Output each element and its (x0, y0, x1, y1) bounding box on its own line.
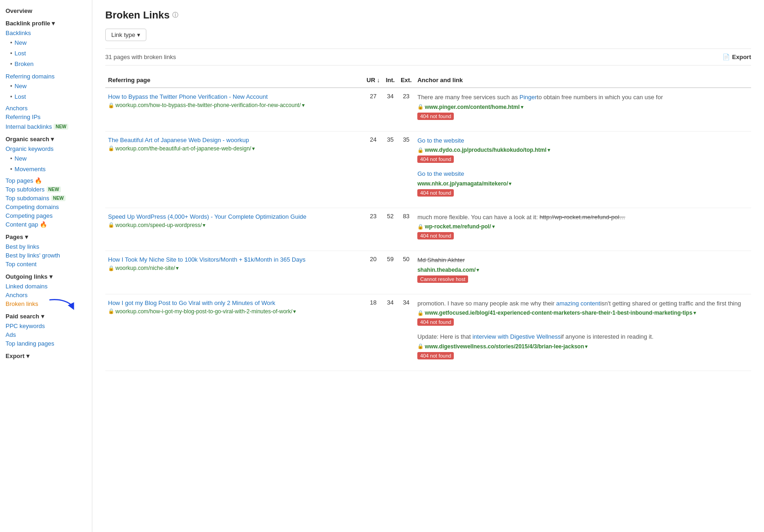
broken-url-dropdown[interactable]: ▾ (476, 267, 479, 273)
broken-url-dropdown[interactable]: ▾ (585, 343, 588, 350)
url-dropdown-icon[interactable]: ▾ (252, 145, 255, 152)
sidebar-item-referring-ips[interactable]: Referring IPs (6, 113, 86, 121)
broken-url-link[interactable]: www.pinger.com/content/home.html (425, 104, 520, 110)
sidebar-item-best-by-links[interactable]: Best by links (6, 242, 86, 251)
anchor-link[interactable]: Go to the website (417, 170, 464, 177)
anchor-block: promotion. I have so many people ask me … (417, 299, 748, 329)
page-url-link[interactable]: woorkup.com/how-to-bypass-the-twitter-ph… (115, 102, 301, 108)
fire-icon-top-pages: 🔥 (35, 177, 42, 184)
sidebar-item-top-subdomains[interactable]: Top subdomains (6, 194, 49, 203)
sidebar-item-overview[interactable]: Overview (6, 7, 86, 14)
anchor-block: Update: Here is that interview with Dige… (417, 332, 748, 362)
sidebar-item-content-gap[interactable]: Content gap (6, 220, 38, 229)
sidebar-item-top-landing-pages[interactable]: Top landing pages (6, 339, 86, 348)
broken-links-table: Referring page UR ↓ Int. Ext. Anchor and… (105, 73, 751, 371)
page-url-link[interactable]: woorkup.com/speed-up-wordpress/ (115, 222, 202, 228)
sidebar-bullet-broken-backlinks[interactable]: Broken (6, 59, 86, 69)
broken-url-link[interactable]: shahin.theabeda.com/ (417, 267, 475, 273)
url-dropdown-icon[interactable]: ▾ (176, 265, 179, 271)
referring-page-title-link[interactable]: How I Took My Niche Site to 100k Visitor… (108, 256, 361, 264)
broken-url-dropdown[interactable]: ▾ (521, 104, 523, 110)
summary-text: 31 pages with broken links (105, 54, 176, 60)
broken-url-link[interactable]: www.dydo.co.jp/products/hukkokudo/top.ht… (425, 147, 547, 153)
filter-bar: Link type ▾ (105, 29, 751, 41)
cell-int: 35 (383, 131, 397, 208)
lock-icon: 🔒 (417, 343, 424, 349)
referring-page-title-link[interactable]: How I got my Blog Post to Go Viral with … (108, 299, 361, 307)
sidebar-section-backlink-profile[interactable]: Backlink profile ▾ (6, 20, 86, 27)
anchor-link[interactable]: Go to the website (417, 137, 464, 144)
status-badge: 404 not found (417, 113, 454, 120)
sidebar-item-broken-links[interactable]: Broken links (6, 299, 38, 308)
sidebar-bullet-lost-backlinks[interactable]: Lost (6, 48, 86, 59)
broken-url-dropdown[interactable]: ▾ (509, 180, 511, 187)
lock-icon: 🔒 (417, 104, 424, 110)
sidebar-item-competing-pages[interactable]: Competing pages (6, 211, 86, 220)
sidebar-bullet-lost-domains[interactable]: Lost (6, 91, 86, 102)
url-dropdown-icon[interactable]: ▾ (293, 308, 296, 315)
broken-url: 🔒www.digestivewellness.co/stories/2015/4… (417, 343, 748, 350)
page-url-link[interactable]: woorkup.com/niche-site/ (115, 265, 175, 271)
sidebar-item-internal-backlinks[interactable]: Internal backlinks (6, 122, 52, 131)
url-dropdown-icon[interactable]: ▾ (203, 222, 205, 228)
broken-url-link[interactable]: wp-rocket.me/refund-pol/ (425, 223, 491, 230)
sidebar-item-organic-keywords[interactable]: Organic keywords (6, 144, 86, 153)
sidebar-section-organic[interactable]: Organic search ▾ (6, 136, 86, 143)
broken-url-link[interactable]: www.getfocused.ie/blog/41-experienced-co… (425, 310, 692, 316)
col-int[interactable]: Int. (383, 73, 397, 88)
sidebar-item-ppc-keywords[interactable]: PPC keywords (6, 322, 86, 330)
broken-url-dropdown[interactable]: ▾ (492, 223, 495, 230)
sidebar-item-competing-domains[interactable]: Competing domains (6, 203, 86, 211)
anchor-link[interactable]: Pinger (519, 94, 537, 101)
broken-url-dropdown[interactable]: ▾ (693, 310, 696, 316)
anchor-link[interactable]: interview with Digestive Wellness (472, 333, 560, 340)
sidebar-section-export[interactable]: Export ▾ (6, 353, 86, 359)
sidebar-bullet-new-backlinks[interactable]: New (6, 37, 86, 48)
export-label: Export (732, 54, 751, 60)
sidebar-item-top-content[interactable]: Top content (6, 260, 86, 269)
broken-url: 🔒www.getfocused.ie/blog/41-experienced-c… (417, 310, 748, 316)
sidebar-item-best-by-links-growth[interactable]: Best by links' growth (6, 251, 86, 260)
export-button[interactable]: 📄 Export (722, 54, 751, 60)
sidebar-bullet-new-keywords[interactable]: New (6, 153, 86, 164)
referring-page-cell: How I got my Blog Post to Go Viral with … (105, 294, 364, 371)
sidebar-item-top-pages[interactable]: Top pages (6, 176, 33, 185)
anchor-link[interactable]: amazing con­tent (556, 300, 600, 307)
cell-int: 34 (383, 294, 397, 371)
broken-url-dropdown[interactable]: ▾ (547, 147, 550, 153)
sidebar-item-referring-domains[interactable]: Referring domains (6, 72, 86, 81)
link-type-label: Link type ▾ (111, 31, 140, 38)
sidebar-section-outgoing[interactable]: Outgoing links ▾ (6, 273, 86, 280)
cell-ext: 23 (398, 88, 415, 131)
text-before: promotion. I have so many people ask me … (417, 300, 556, 307)
sidebar-section-pages[interactable]: Pages ▾ (6, 233, 86, 240)
sidebar-item-linked-domains[interactable]: Linked domains (6, 282, 86, 291)
broken-url: www.nhk.or.jp/yamagata/mitekero/▾ (417, 180, 748, 187)
referring-page-cell: The Beautiful Art of Japanese Web Design… (105, 131, 364, 208)
referring-page-title-link[interactable]: Speed Up WordPress (4,000+ Words) - Your… (108, 213, 361, 221)
link-type-dropdown[interactable]: Link type ▾ (105, 29, 146, 41)
referring-page-title-link[interactable]: The Beautiful Art of Japanese Web Design… (108, 136, 361, 144)
url-dropdown-icon[interactable]: ▾ (302, 102, 305, 108)
sidebar-item-anchors[interactable]: Anchors (6, 104, 86, 113)
broken-url-link[interactable]: www.digestivewellness.co/stories/2015/4/… (425, 343, 584, 350)
referring-page-title-link[interactable]: How to Bypass the Twitter Phone Verifica… (108, 93, 361, 101)
anchor-text: Md Shahin Akhter (417, 256, 748, 265)
sidebar-item-top-subfolders[interactable]: Top subfolders (6, 185, 45, 194)
info-icon[interactable]: ⓘ (172, 11, 178, 19)
col-ext[interactable]: Ext. (398, 73, 415, 88)
page-url-link[interactable]: woorkup.com/how-i-got-my-blog-post-to-go… (115, 308, 292, 315)
sidebar-section-paid[interactable]: Paid search ▾ (6, 313, 86, 320)
broken-url-link[interactable]: www.nhk.or.jp/yamagata/mitekero/ (417, 180, 508, 187)
lock-icon: 🔒 (108, 222, 114, 228)
sidebar: Overview Backlink profile ▾ Backlinks Ne… (0, 0, 92, 532)
sidebar-item-ads[interactable]: Ads (6, 330, 86, 339)
sidebar-item-backlinks[interactable]: Backlinks (6, 29, 86, 37)
text-before: Update: Here is that (417, 333, 472, 340)
page-url-link[interactable]: woorkup.com/the-beautiful-art-of-japanes… (115, 145, 251, 152)
anchor-text: There are many free services such as Pin… (417, 93, 748, 102)
col-ur[interactable]: UR ↓ (364, 73, 383, 88)
referring-page-cell: How to Bypass the Twitter Phone Verifica… (105, 88, 364, 131)
sidebar-bullet-movements[interactable]: Movements (6, 164, 86, 174)
sidebar-bullet-new-domains[interactable]: New (6, 81, 86, 91)
